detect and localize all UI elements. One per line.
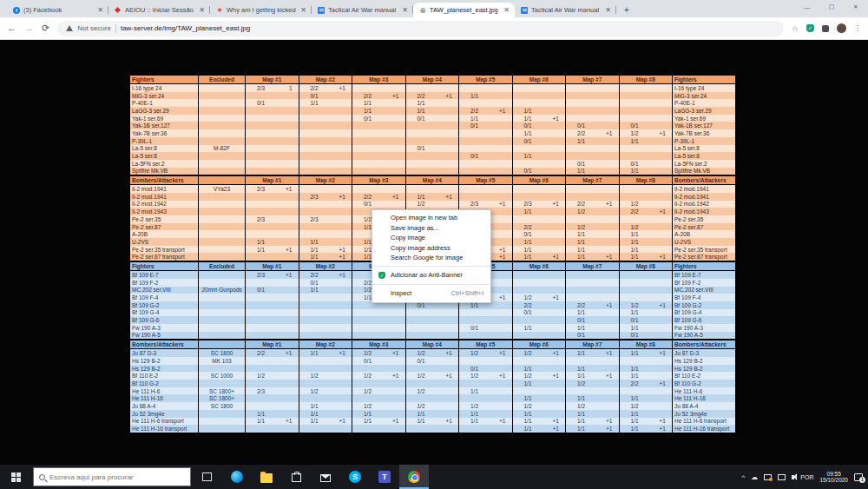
map-cell: 1/1	[566, 168, 620, 175]
map-cell: 1/2	[352, 402, 406, 410]
map-cell: 1/1	[352, 99, 406, 107]
section-3-bombers-attackers: Bombers/AttackersMap #1Map #2Map #3Map #…	[130, 340, 736, 433]
map-cell	[459, 99, 513, 107]
new-tab-button[interactable]: +	[620, 3, 634, 17]
map-cell	[459, 193, 513, 201]
menu-item-label: Copy image	[391, 233, 483, 243]
tab-5-tactical-air-war-man[interactable]: Tactical Air War manual - Googl✕	[515, 3, 616, 17]
profile-avatar[interactable]	[837, 23, 846, 33]
tab-2-why-am-i-getting-kic[interactable]: Why am I getting kicked from TA✕	[210, 3, 312, 17]
excluded-mod	[199, 365, 246, 373]
taskbar-app-mail[interactable]	[311, 465, 340, 489]
tab-close-icon[interactable]: ✕	[503, 6, 510, 14]
taskbar-search[interactable]	[33, 467, 191, 486]
taskbar-app-skype[interactable]	[340, 465, 370, 489]
menu-item-label: Open image in new tab	[391, 213, 483, 223]
map-cell: 0/1	[566, 122, 620, 129]
chrome-menu-button[interactable]: ⋮	[854, 24, 861, 32]
map-cell	[459, 380, 513, 387]
section-title-right: Bombers/Attackers	[673, 176, 735, 185]
tab-4-taw-planeset-east-jp[interactable]: TAW_planeset_east.jpg (1348×7✕	[413, 3, 515, 17]
taskbar-app-explorer[interactable]	[252, 465, 281, 489]
aircraft-row: Ju 87 D-3SC 18002/2+11/1+11/2+11/2+11/2+…	[130, 349, 736, 357]
menu-item-save-image-as[interactable]: Save image as...	[372, 223, 490, 234]
menu-item-inspect[interactable]: InspectCtrl+Shift+I	[372, 287, 490, 300]
extension-pin-icon[interactable]	[822, 25, 829, 32]
map-cell: 1/1+1	[513, 253, 567, 261]
aircraft-name: U-2VS	[130, 238, 199, 246]
excluded-mod: M-82F	[199, 145, 246, 153]
tab-close-icon[interactable]: ✕	[604, 6, 612, 14]
tab-close-icon[interactable]: ✕	[299, 6, 307, 14]
taskbar-app-store[interactable]	[281, 465, 311, 489]
map-cell: 1/1+1	[513, 425, 567, 433]
chevron-up-icon[interactable]: ^	[742, 473, 746, 481]
taskbar-app-teams[interactable]	[370, 465, 399, 489]
map-cell: 2/2+1	[246, 349, 299, 357]
menu-item-open-image-in-new-tab[interactable]: Open image in new tab	[372, 213, 490, 223]
map-cell	[352, 152, 406, 160]
window-controls: — ▢ ✕	[795, 0, 868, 14]
menu-item-search-google-for-image[interactable]: Search Google for image	[372, 253, 490, 263]
bookmark-star-icon[interactable]: ☆	[792, 24, 799, 33]
taskbar-app-edge[interactable]	[222, 465, 252, 489]
reload-button[interactable]: ⟳	[42, 23, 49, 33]
menu-item-copy-image-address[interactable]: Copy image address	[372, 243, 490, 254]
tab-close-icon[interactable]: ✕	[96, 6, 104, 14]
map-cell	[246, 115, 299, 122]
map-cell	[246, 223, 299, 231]
menu-item-label: Search Google for image	[391, 253, 483, 263]
maximize-button[interactable]: ▢	[819, 0, 844, 14]
task-view-button[interactable]	[191, 465, 222, 489]
close-button[interactable]: ✕	[844, 0, 868, 14]
taskbar-clock[interactable]: 09:55 15/10/2020	[819, 471, 848, 484]
taskbar-app-chrome[interactable]	[399, 465, 429, 489]
map-cell: 0/1	[566, 332, 620, 340]
map-cell	[566, 215, 620, 223]
map-cell	[299, 201, 353, 208]
start-button[interactable]	[0, 465, 31, 489]
tab-close-icon[interactable]: ✕	[198, 6, 206, 14]
menu-item-adicionar-ao-anti-banner[interactable]: Adicionar ao Anti-Banner	[372, 269, 490, 281]
antivirus-shield-icon[interactable]	[806, 24, 814, 32]
display-icon[interactable]	[778, 474, 786, 480]
address-bar[interactable]: Not secure taw-server.de/img/TAW_planese…	[57, 21, 784, 36]
map-cell	[566, 294, 620, 301]
map-header: Map #1	[246, 340, 299, 349]
menu-item-copy-image[interactable]: Copy image	[372, 233, 490, 243]
menu-shortcut: Ctrl+Shift+I	[450, 287, 483, 300]
map-cell: 2/2	[513, 301, 567, 309]
excluded-mod	[199, 271, 246, 279]
action-center-icon[interactable]: 1	[854, 473, 863, 481]
onedrive-cloud-icon[interactable]: ☁	[751, 473, 758, 481]
map-cell: 1/1	[459, 92, 513, 100]
tab-0-3-facebook[interactable]: (3) Facebook✕	[7, 3, 108, 17]
map-cell: 1/1	[513, 238, 567, 246]
map-cell: 1/1	[299, 410, 353, 418]
search-input[interactable]	[49, 473, 171, 481]
minimize-button[interactable]: —	[795, 0, 819, 14]
tab-3-tactical-air-war-man[interactable]: Tactical Air War manual - Googl✕	[312, 3, 413, 17]
edge-icon	[231, 471, 243, 483]
map-cell	[513, 332, 567, 340]
map-header: Map #5	[459, 76, 513, 84]
aircraft-name: Fw 190 A-3	[130, 324, 199, 332]
tab-1-aeiou-iniciar-sess-o[interactable]: AEIOU :: Iniciar Sessão✕	[108, 3, 210, 17]
tab-close-icon[interactable]: ✕	[401, 6, 409, 14]
map-cell	[620, 145, 674, 153]
map-cell: 1/1	[566, 238, 620, 246]
menu-item-label: Inspect	[391, 287, 450, 300]
map-cell: 1/1	[620, 168, 674, 175]
map-cell: 0/1	[620, 160, 674, 168]
tray-notification-app-icon[interactable]	[764, 474, 772, 480]
aircraft-name: Il-2 mod.1943	[130, 208, 199, 215]
excluded-mod	[199, 215, 246, 223]
aircraft-name-right: Pe-2 ser.35 transport	[673, 246, 735, 254]
map-cell	[299, 168, 353, 175]
speaker-icon[interactable]	[792, 475, 794, 479]
aircraft-name-right: Bf 109 G-6	[673, 316, 735, 324]
forward-button[interactable]: →	[24, 23, 34, 33]
back-button[interactable]: ←	[7, 23, 16, 33]
language-indicator[interactable]: POR	[800, 474, 813, 480]
aircraft-name-right: Il-2 mod.1941	[673, 193, 735, 201]
